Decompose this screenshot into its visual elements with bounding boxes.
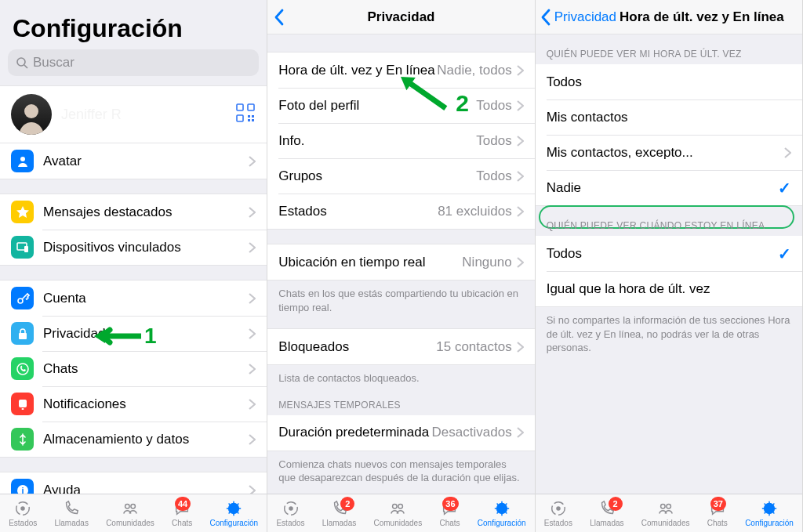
key-icon xyxy=(11,287,34,309)
badge: 2 xyxy=(340,497,354,511)
gear-icon xyxy=(759,499,779,518)
header: Privacidad xyxy=(267,0,534,34)
row-chats[interactable]: Chats xyxy=(0,351,267,386)
row-avatar[interactable]: Avatar xyxy=(0,143,267,179)
back-button[interactable] xyxy=(274,9,285,26)
chevron-right-icon xyxy=(517,342,524,353)
search-input[interactable]: Buscar xyxy=(8,49,259,76)
community-icon xyxy=(387,499,408,518)
footer-text: Si no compartes la información de tus se… xyxy=(536,307,802,355)
lock-icon xyxy=(11,322,34,345)
status-icon xyxy=(281,499,301,518)
chevron-right-icon xyxy=(517,257,524,268)
community-icon xyxy=(656,499,676,518)
option-my-contacts[interactable]: Mis contactos xyxy=(536,100,802,135)
search-icon xyxy=(16,56,28,69)
svg-rect-12 xyxy=(252,115,254,118)
tab-status[interactable]: Estados xyxy=(9,499,37,527)
option-contacts-except[interactable]: Mis contactos, excepto... xyxy=(536,135,802,170)
tab-calls[interactable]: Llamadas2 xyxy=(590,499,623,527)
chevron-right-icon xyxy=(249,485,256,494)
badge: 37 xyxy=(710,497,726,511)
gear-icon xyxy=(223,499,244,518)
svg-point-15 xyxy=(20,157,25,161)
settings-scroll[interactable]: Configuración Buscar Jeniffer R Avatar M… xyxy=(0,0,267,494)
gear-icon xyxy=(492,499,512,518)
privacy-scroll[interactable]: Hora de últ. vez y En línea Nadie, todos… xyxy=(267,34,534,494)
profile-row[interactable]: Jeniffer R xyxy=(0,85,267,143)
chevron-right-icon xyxy=(249,434,256,445)
section-header: Mensajes temporales xyxy=(267,385,534,415)
header: Privacidad Hora de últ. vez y En línea xyxy=(536,0,802,34)
row-status[interactable]: Estados 81 excluidos xyxy=(267,194,534,229)
svg-rect-14 xyxy=(252,119,254,121)
tab-communities[interactable]: Comunidades xyxy=(641,499,690,527)
row-account[interactable]: Cuenta xyxy=(0,280,267,316)
privacy-panel: Privacidad Hora de últ. vez y En línea N… xyxy=(267,0,535,532)
svg-point-7 xyxy=(24,104,38,118)
avatar xyxy=(11,94,52,135)
chevron-right-icon xyxy=(249,293,256,304)
qr-icon[interactable] xyxy=(235,103,256,126)
info-icon: i xyxy=(11,479,34,494)
row-disappearing-default[interactable]: Duración predeterminada Desactivados xyxy=(267,415,534,451)
svg-rect-22 xyxy=(21,408,24,410)
row-about[interactable]: Info. Todos xyxy=(267,123,534,158)
tab-settings[interactable]: Configuración xyxy=(478,499,526,527)
chevron-right-icon xyxy=(249,242,256,253)
option-nobody[interactable]: Nadie✓ xyxy=(536,170,802,205)
storage-icon xyxy=(11,428,34,451)
chevron-right-icon xyxy=(517,136,524,147)
svg-rect-13 xyxy=(248,119,250,121)
svg-rect-10 xyxy=(237,115,243,121)
svg-rect-8 xyxy=(237,104,243,110)
tab-settings[interactable]: Configuración xyxy=(209,499,258,527)
chevron-right-icon xyxy=(517,100,524,111)
row-blocked[interactable]: Bloqueados 15 contactos xyxy=(267,329,534,364)
back-button[interactable]: Privacidad xyxy=(540,9,616,26)
svg-rect-21 xyxy=(19,400,27,407)
status-icon xyxy=(13,499,33,518)
row-starred-messages[interactable]: Mensajes destacados xyxy=(0,194,267,230)
row-privacy[interactable]: Privacidad xyxy=(0,316,267,351)
tab-settings[interactable]: Configuración xyxy=(745,499,794,527)
footer-text: Chats en los que estás compartiendo tu u… xyxy=(267,280,534,314)
row-storage[interactable]: Almacenamiento y datos xyxy=(0,422,267,457)
search-placeholder: Buscar xyxy=(33,55,74,71)
row-profile-photo[interactable]: Foto del perfil Todos xyxy=(267,88,534,123)
tab-calls[interactable]: Llamadas xyxy=(55,499,89,527)
section-header: Quién puede ver cuándo estoy en línea xyxy=(536,206,802,236)
tab-communities[interactable]: Comunidades xyxy=(373,499,422,527)
row-linked-devices[interactable]: Dispositivos vinculados xyxy=(0,230,267,265)
chevron-right-icon xyxy=(249,207,256,218)
badge: 2 xyxy=(609,497,623,511)
last-seen-panel: Privacidad Hora de últ. vez y En línea Q… xyxy=(536,0,803,532)
badge: 36 xyxy=(442,497,458,511)
option-online-same-as-last-seen[interactable]: Igual que la hora de últ. vez xyxy=(536,271,802,306)
row-last-seen[interactable]: Hora de últ. vez y En línea Nadie, todos xyxy=(267,52,534,88)
option-online-everyone[interactable]: Todos✓ xyxy=(536,236,802,271)
status-icon xyxy=(548,499,569,518)
section-header: Quién puede ver mi hora de últ. vez xyxy=(536,34,802,64)
page-title: Hora de últ. vez y En línea xyxy=(620,9,784,25)
tab-chats[interactable]: Chats37 xyxy=(707,499,728,527)
tab-bar: Estados Llamadas2 Comunidades Chats37 Co… xyxy=(536,494,802,532)
bell-icon xyxy=(11,393,34,415)
annotation-number-2: 2 xyxy=(456,90,469,117)
row-notifications[interactable]: Notificaciones xyxy=(0,386,267,422)
tab-status[interactable]: Estados xyxy=(544,499,572,527)
tab-calls[interactable]: Llamadas2 xyxy=(322,499,356,527)
svg-rect-19 xyxy=(19,333,27,339)
row-live-location[interactable]: Ubicación en tiempo real Ninguno xyxy=(267,244,534,280)
row-groups[interactable]: Grupos Todos xyxy=(267,158,534,194)
tab-chats[interactable]: Chats44 xyxy=(172,499,192,527)
profile-name: Jeniffer R xyxy=(61,107,122,123)
tab-status[interactable]: Estados xyxy=(276,499,304,527)
tab-chats[interactable]: Chats36 xyxy=(439,499,460,527)
svg-text:i: i xyxy=(21,486,24,494)
page-title: Privacidad xyxy=(367,9,434,25)
tab-communities[interactable]: Comunidades xyxy=(106,499,154,527)
option-everyone[interactable]: Todos xyxy=(536,64,802,100)
row-help[interactable]: i Ayuda xyxy=(0,472,267,494)
last-seen-scroll[interactable]: Quién puede ver mi hora de últ. vez Todo… xyxy=(536,34,802,494)
